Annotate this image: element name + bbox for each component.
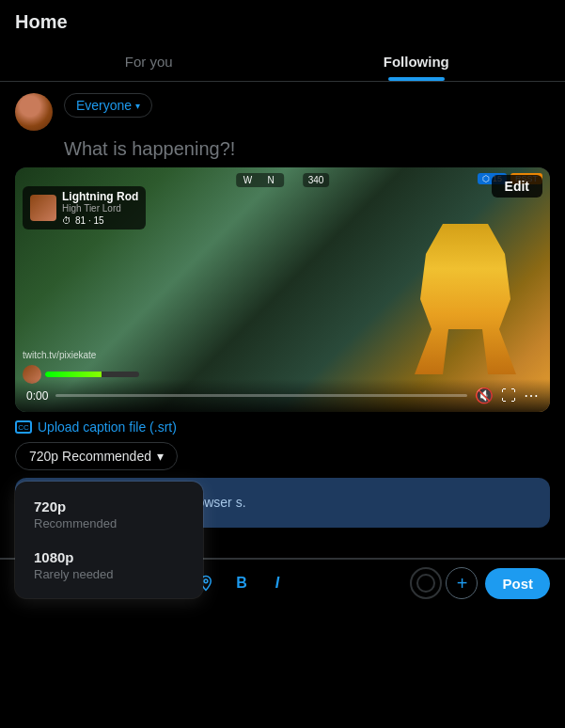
- fullscreen-icon[interactable]: ⛶: [501, 388, 516, 404]
- tab-following[interactable]: Following: [283, 40, 551, 81]
- stream-url: twitch.tv/pixiekate: [23, 350, 96, 360]
- more-icon[interactable]: ⋯: [524, 387, 539, 404]
- quality-selector-area: 720p Recommended ▾ 720p Recommended 1080…: [15, 442, 550, 478]
- quality-dropdown: 720p Recommended 1080p Rarely needed: [15, 482, 203, 598]
- quality-name-720p: 720p: [34, 499, 184, 514]
- video-controls: 0:00 🔇 ⛶ ⋯: [15, 379, 550, 412]
- quality-desc-720p: Recommended: [34, 516, 184, 530]
- mute-icon[interactable]: 🔇: [475, 387, 494, 404]
- compose-top: Everyone ▾: [15, 93, 550, 131]
- caption-upload-label: Upload caption file (.srt): [38, 419, 177, 435]
- post-button[interactable]: Post: [485, 568, 550, 599]
- health-bar: [45, 372, 139, 377]
- compass: W N: [236, 173, 284, 187]
- edit-button[interactable]: Edit: [492, 175, 542, 198]
- progress-bar[interactable]: [55, 394, 467, 397]
- video-container: W N 340 ⬡ 15 RSST Lightning Rod High Tie…: [15, 167, 550, 412]
- everyone-filter-button[interactable]: Everyone ▾: [64, 93, 152, 118]
- health-fill: [45, 372, 102, 377]
- player-info: Lightning Rod High Tier Lord ⏱81 · 15: [62, 190, 138, 226]
- quality-option-1080p[interactable]: 1080p Rarely needed: [15, 540, 203, 591]
- quality-dropdown-button[interactable]: 720p Recommended ▾: [15, 442, 178, 470]
- player-name: Lightning Rod: [62, 190, 138, 203]
- game-hud: W N 340 ⬡ 15 RSST Lightning Rod High Tie…: [15, 167, 550, 412]
- avatar: [15, 93, 53, 131]
- quality-selected-label: 720p Recommended: [29, 449, 151, 464]
- player-class: High Tier Lord: [62, 203, 138, 214]
- quality-name-1080p: 1080p: [34, 549, 184, 565]
- svg-point-10: [204, 579, 208, 583]
- quality-desc-1080p: Rarely needed: [34, 567, 184, 581]
- compose-placeholder[interactable]: What is happening?!: [64, 138, 550, 160]
- header: Home For you Following: [0, 0, 565, 82]
- quality-chevron-icon: ▾: [157, 449, 164, 464]
- add-button[interactable]: +: [446, 567, 478, 599]
- caption-upload[interactable]: CC Upload caption file (.srt): [15, 412, 550, 442]
- quality-option-720p[interactable]: 720p Recommended: [15, 489, 203, 540]
- caption-icon: CC: [15, 420, 32, 434]
- bold-icon[interactable]: B: [226, 567, 258, 599]
- svg-point-11: [417, 575, 434, 592]
- page-title: Home: [15, 11, 550, 40]
- player-card: Lightning Rod High Tier Lord ⏱81 · 15: [23, 186, 146, 229]
- video-thumb: W N 340 ⬡ 15 RSST Lightning Rod High Tie…: [15, 167, 550, 412]
- filter-label: Everyone: [76, 98, 132, 113]
- video-time: 0:00: [26, 389, 48, 403]
- tab-for-you[interactable]: For you: [15, 40, 283, 81]
- score: 340: [303, 173, 330, 187]
- player-avatar: [30, 195, 56, 221]
- tabs: For you Following: [15, 40, 550, 81]
- mech-figure: [409, 224, 522, 374]
- player-stats: ⏱81 · 15: [62, 215, 138, 226]
- italic-icon[interactable]: I: [261, 567, 293, 599]
- chevron-down-icon: ▾: [135, 101, 140, 111]
- progress-circle: [410, 567, 442, 599]
- compose-area: Everyone ▾ What is happening?! W N 340 ⬡…: [0, 82, 565, 559]
